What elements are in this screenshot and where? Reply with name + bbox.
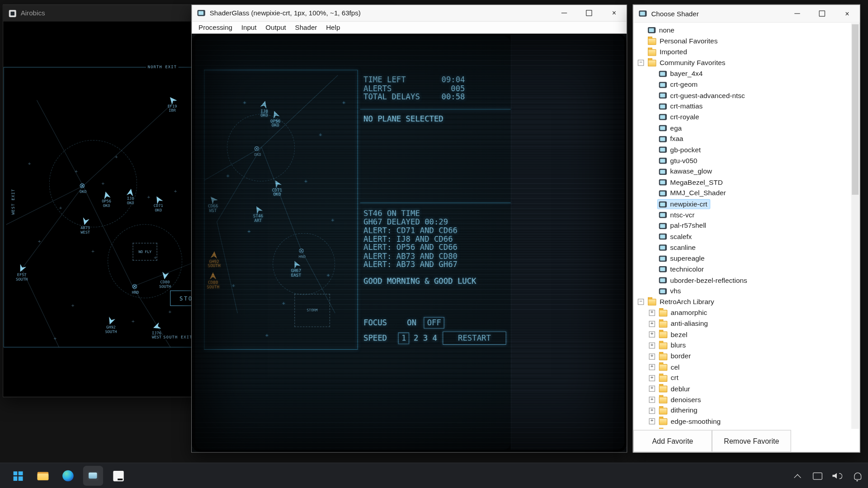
- close-button[interactable]: ×: [835, 5, 859, 22]
- choose-shader-titlebar[interactable]: Choose Shader ×: [633, 5, 860, 23]
- tree-item-community-favorites[interactable]: −Community Favorites: [634, 57, 850, 68]
- tree-item-scalefx[interactable]: scalefx: [634, 231, 850, 242]
- tree-item-crt-guest-advanced-ntsc[interactable]: crt-guest-advanced-ntsc: [634, 90, 850, 101]
- tree-item-edge-smoothing[interactable]: +edge-smoothing: [634, 416, 850, 427]
- hidden-icons-chevron-icon[interactable]: [791, 468, 803, 483]
- raylib-game-taskbar-button[interactable]: [108, 466, 128, 486]
- plus-expander-icon[interactable]: +: [649, 364, 655, 370]
- plus-expander-icon[interactable]: +: [649, 343, 655, 348]
- tree-item-blurs[interactable]: +blurs: [634, 340, 850, 351]
- tree-item-pal-r57shell[interactable]: pal-r57shell: [634, 221, 850, 231]
- tree-item-crt[interactable]: +crt: [634, 373, 850, 384]
- minimize-button[interactable]: [552, 5, 576, 21]
- tree-item-label: Personal Favorites: [660, 38, 718, 45]
- no-fly-label: NO FLY: [138, 250, 151, 254]
- scrollbar-thumb[interactable]: [852, 24, 859, 195]
- tree-item-row: newpixie-crt: [658, 200, 709, 209]
- shader-icon: [659, 114, 667, 120]
- message-line: ALERT: AB73 AND GH67: [363, 261, 458, 269]
- shaderglass-taskbar-button[interactable]: [83, 466, 103, 486]
- edge-button[interactable]: [58, 466, 78, 486]
- menu-processing[interactable]: Processing: [194, 22, 237, 34]
- plane-label: GH92 SOUTH: [199, 259, 228, 267]
- tree-item-fxaa[interactable]: fxaa: [634, 134, 850, 145]
- tree-item-cel[interactable]: +cel: [634, 362, 850, 373]
- waypoint-icon: ⊗: [79, 182, 85, 190]
- shaderglass-titlebar[interactable]: ShaderGlass (newpixie-crt, 1px, 100%, ~1…: [192, 5, 627, 22]
- plus-expander-icon[interactable]: +: [649, 386, 655, 392]
- speed-1-selected[interactable]: 1: [398, 333, 410, 344]
- tree-item-label: crt: [671, 374, 679, 382]
- map-cross-mark: +: [248, 229, 251, 234]
- menu-shader[interactable]: Shader: [291, 22, 322, 34]
- tree-item-denoisers[interactable]: +denoisers: [634, 394, 850, 405]
- tree-item-kawase_glow[interactable]: kawase_glow: [634, 166, 850, 177]
- tree-item-newpixie-crt[interactable]: newpixie-crt: [634, 199, 850, 210]
- menu-help[interactable]: Help: [321, 22, 344, 34]
- tree-item-gtu-v050[interactable]: gtu-v050: [634, 155, 850, 166]
- scrollbar[interactable]: [851, 23, 859, 429]
- display-tray-icon[interactable]: [811, 468, 823, 483]
- tree-item-megabezel_std[interactable]: MegaBezel_STD: [634, 177, 850, 188]
- notifications-bell-icon[interactable]: [851, 468, 863, 483]
- message-line: ALERT: AB73 AND CD80: [363, 252, 458, 261]
- stat-row: ALERTS005: [363, 84, 465, 93]
- tree-item-vhs[interactable]: vhs: [634, 286, 850, 296]
- remove-favorite-button[interactable]: Remove Favorite: [712, 430, 791, 452]
- tree-item-uborder-bezel-reflections[interactable]: uborder-bezel-reflections: [634, 275, 850, 286]
- tree-item-ntsc-vcr[interactable]: ntsc-vcr: [634, 210, 850, 221]
- minimize-button[interactable]: [784, 5, 809, 22]
- shader-icon: [659, 147, 667, 153]
- tree-item-deblur[interactable]: +deblur: [634, 384, 850, 394]
- tree-item-technicolor[interactable]: technicolor: [634, 264, 850, 275]
- tree-item-bezel[interactable]: +bezel: [634, 329, 850, 340]
- tree-item-bayer_4x4[interactable]: bayer_4x4: [634, 68, 850, 79]
- tree-item-ega[interactable]: ega: [634, 123, 850, 134]
- raylib-game-icon: [113, 470, 123, 481]
- tree-item-anamorphic[interactable]: +anamorphic: [634, 307, 850, 318]
- close-button[interactable]: ×: [602, 5, 627, 21]
- tree-item-anti-aliasing[interactable]: +anti-aliasing: [634, 318, 850, 329]
- focus-on-option[interactable]: ON: [407, 319, 416, 327]
- crt-game-view[interactable]: TIME LEFT09:04ALERTS005TOTAL DELAYS00:58…: [192, 34, 627, 452]
- tree-item-border[interactable]: +border: [634, 351, 850, 362]
- map-cross-mark: +: [174, 189, 177, 194]
- volume-icon[interactable]: [831, 468, 844, 483]
- plus-expander-icon[interactable]: +: [649, 397, 655, 403]
- tree-item-scanline[interactable]: scanline: [634, 242, 850, 253]
- tree-item-film[interactable]: +film: [634, 427, 850, 429]
- plus-expander-icon[interactable]: +: [649, 375, 655, 381]
- maximize-button[interactable]: [810, 5, 835, 22]
- tree-item-dithering[interactable]: +dithering: [634, 405, 850, 416]
- tree-item-supereagle[interactable]: supereagle: [634, 253, 850, 264]
- focus-off-option[interactable]: OFF: [424, 317, 444, 329]
- plus-expander-icon[interactable]: +: [649, 332, 655, 338]
- tree-item-crt-mattias[interactable]: crt-mattias: [634, 101, 850, 112]
- menu-input[interactable]: Input: [237, 22, 261, 34]
- minus-expander-icon[interactable]: −: [638, 299, 644, 305]
- minus-expander-icon[interactable]: −: [638, 60, 644, 66]
- plus-expander-icon[interactable]: +: [649, 310, 655, 316]
- plus-expander-icon[interactable]: +: [649, 418, 655, 424]
- tree-item-retroarch-library[interactable]: −RetroArch Library: [634, 296, 850, 307]
- plus-expander-icon[interactable]: +: [649, 408, 655, 413]
- file-explorer-button[interactable]: [33, 466, 53, 486]
- tree-item-label: Imported: [660, 48, 687, 56]
- tree-item-mmj_cel_shader[interactable]: MMJ_Cel_Shader: [634, 188, 850, 199]
- tree-item-crt-geom[interactable]: crt-geom: [634, 79, 850, 90]
- tree-item-label: MegaBezel_STD: [670, 178, 723, 186]
- tree-item-gb-pocket[interactable]: gb-pocket: [634, 145, 850, 155]
- start-button[interactable]: [8, 466, 28, 486]
- tree-item-personal-favorites[interactable]: Personal Favorites: [634, 36, 850, 47]
- stat-row: TOTAL DELAYS00:58: [363, 93, 465, 102]
- speed-options[interactable]: 2 3 4: [414, 334, 437, 343]
- tree-item-crt-royale[interactable]: crt-royale: [634, 112, 850, 123]
- plus-expander-icon[interactable]: +: [649, 353, 655, 359]
- plus-expander-icon[interactable]: +: [649, 321, 655, 327]
- maximize-button[interactable]: [576, 5, 601, 21]
- tree-item-none[interactable]: none: [634, 25, 850, 36]
- tree-item-imported[interactable]: Imported: [634, 47, 850, 57]
- add-favorite-button[interactable]: Add Favorite: [633, 430, 712, 452]
- menu-output[interactable]: Output: [261, 22, 290, 34]
- restart-button[interactable]: RESTART: [443, 331, 506, 344]
